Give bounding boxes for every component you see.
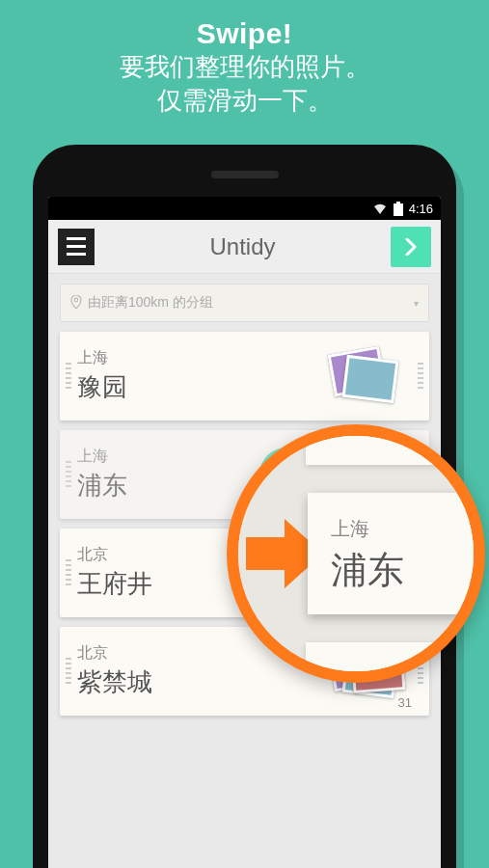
next-button[interactable]	[391, 227, 431, 267]
magnifier-card: 上海 浦东	[308, 493, 479, 614]
card-city: 北京	[77, 545, 152, 565]
drag-handle-icon	[66, 658, 71, 685]
card-city: 北京	[77, 643, 152, 664]
drag-handle-icon	[66, 363, 71, 390]
promo-header: Swipe! 要我们整理你的照片。 仅需滑动一下。	[0, 0, 489, 118]
photo-stack-icon	[331, 348, 400, 404]
magnifier-overlay: 上海 浦东	[227, 424, 485, 683]
promo-line-1: 要我们整理你的照片。	[0, 50, 489, 84]
status-time: 4:16	[409, 202, 433, 216]
svg-point-2	[74, 298, 78, 302]
drag-handle-icon	[66, 559, 71, 586]
filter-dropdown[interactable]: 由距离100km 的分组 ▾	[60, 284, 429, 322]
card-place: 王府井	[77, 567, 152, 601]
location-pin-icon	[70, 295, 82, 312]
card-place: 紫禁城	[77, 665, 152, 699]
wifi-icon	[372, 203, 388, 214]
svg-rect-1	[394, 203, 403, 216]
magnifier-bg-card	[306, 642, 483, 675]
magnifier-bg-card	[306, 432, 483, 465]
card-place: 浦东	[77, 469, 127, 502]
magnifier-place: 浦东	[331, 546, 479, 595]
phone-earpiece	[211, 171, 279, 178]
status-bar: 4:16	[48, 197, 441, 220]
card-city: 上海	[77, 348, 127, 368]
dropdown-caret-icon: ▾	[414, 298, 419, 309]
card-city: 上海	[77, 447, 127, 467]
magnifier-city: 上海	[331, 516, 479, 542]
chevron-right-icon	[405, 238, 417, 256]
filter-label: 由距离100km 的分组	[88, 294, 213, 312]
card-place: 豫园	[77, 370, 127, 404]
svg-rect-0	[396, 202, 400, 203]
app-title: Untidy	[95, 233, 391, 260]
menu-button[interactable]	[58, 229, 95, 265]
promo-title: Swipe!	[0, 17, 489, 50]
promo-line-2: 仅需滑动一下。	[0, 84, 489, 118]
photo-count: 31	[398, 695, 412, 710]
drag-handle-icon	[418, 363, 423, 390]
album-card[interactable]: 上海 豫园	[60, 332, 429, 420]
drag-handle-icon	[66, 461, 71, 488]
app-bar: Untidy	[48, 220, 441, 274]
battery-icon	[394, 202, 403, 216]
